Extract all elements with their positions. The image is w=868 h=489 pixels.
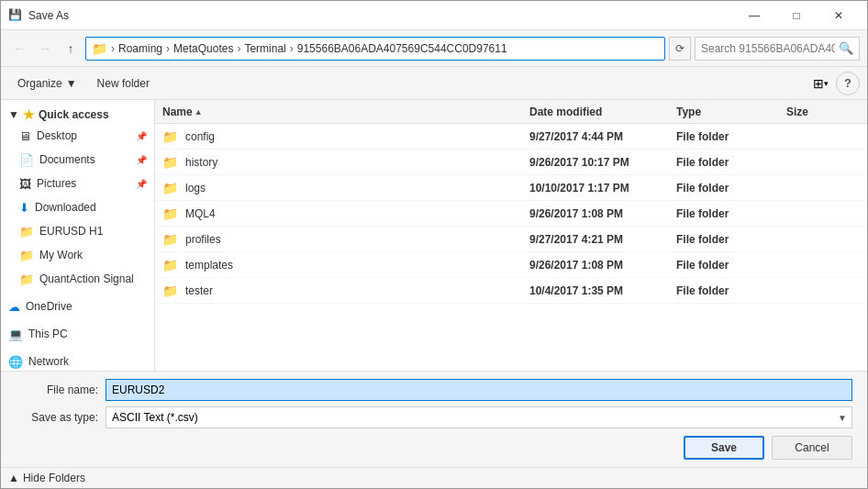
sidebar-item-pictures[interactable]: 🖼 Pictures 📌	[1, 172, 154, 195]
quick-access-star: ★	[23, 107, 35, 122]
help-button[interactable]: ?	[836, 72, 860, 95]
path-separator-3: ›	[237, 42, 240, 55]
onedrive-section: ☁ OneDrive	[1, 295, 154, 318]
sidebar-item-network[interactable]: 🌐 Network	[1, 350, 154, 371]
maximize-button[interactable]: □	[775, 1, 818, 30]
sidebar-item-documents[interactable]: 📄 Documents 📌	[1, 148, 154, 172]
view-icon: ⊞	[813, 76, 824, 91]
folder-icon: 📁	[162, 155, 178, 170]
folder-icon: 📁	[162, 181, 178, 195]
new-folder-button[interactable]: New folder	[88, 72, 159, 95]
file-date-cell: 9/26/2017 1:08 PM	[529, 207, 676, 220]
address-path[interactable]: 📁 › Roaming › MetaQuotes › Terminal › 91…	[85, 37, 665, 61]
onedrive-label: OneDrive	[26, 300, 72, 313]
table-row[interactable]: 📁 tester 10/4/2017 1:35 PM File folder	[155, 278, 867, 304]
table-row[interactable]: 📁 MQL4 9/26/2017 1:08 PM File folder	[155, 201, 867, 227]
file-name-cell: 📁 history	[162, 155, 529, 170]
up-button[interactable]: ↑	[60, 38, 82, 60]
hide-folders-chevron: ▲	[8, 472, 19, 484]
table-row[interactable]: 📁 templates 9/26/2017 1:08 PM File folde…	[155, 252, 867, 278]
savetype-wrapper: ASCII Text (*.csv) ▼	[106, 406, 852, 428]
file-type-cell: File folder	[676, 233, 786, 246]
toolbar-right: ⊞ ▾ ?	[808, 72, 860, 95]
file-name-cell: 📁 templates	[162, 258, 529, 272]
path-guid[interactable]: 915566BA06ADA407569C544CC0D97611	[297, 42, 507, 55]
organize-label: Organize	[17, 77, 62, 90]
network-icon: 🌐	[8, 355, 23, 369]
mywork-label: My Work	[39, 249, 83, 261]
window-icon: 💾	[8, 8, 23, 23]
table-row[interactable]: 📁 logs 10/10/2017 1:17 PM File folder	[155, 175, 867, 201]
close-button[interactable]: ✕	[818, 1, 860, 30]
pictures-icon: 🖼	[19, 177, 31, 191]
title-bar-controls: — □ ✕	[733, 1, 860, 30]
quick-access-header[interactable]: ▼ ★ Quick access	[1, 104, 154, 124]
title-bar: 💾 Save As — □ ✕	[1, 1, 867, 30]
column-name[interactable]: Name ▲	[162, 106, 529, 118]
file-name-cell: 📁 tester	[162, 283, 529, 298]
forward-button[interactable]: →	[34, 38, 56, 60]
view-toggle-button[interactable]: ⊞ ▾	[808, 72, 832, 95]
hide-folders-row: ▲ Hide Folders	[1, 467, 867, 488]
path-roaming[interactable]: Roaming	[118, 42, 162, 55]
back-button[interactable]: ←	[8, 38, 30, 60]
minimize-button[interactable]: —	[733, 1, 775, 30]
desktop-icon: 🖥	[19, 129, 31, 143]
column-type-label: Type	[676, 106, 701, 118]
file-type-cell: File folder	[676, 156, 786, 169]
downloaded-label: Downloaded	[35, 201, 96, 214]
folder-icon: 📁	[162, 206, 178, 221]
documents-icon: 📄	[19, 153, 34, 167]
path-metaquotes[interactable]: MetaQuotes	[173, 42, 233, 55]
column-size[interactable]: Size	[786, 106, 860, 118]
column-date-label: Date modified	[529, 106, 602, 118]
search-input[interactable]	[701, 42, 835, 55]
table-row[interactable]: 📁 profiles 9/27/2017 4:21 PM File folder	[155, 227, 867, 252]
hide-folders-button[interactable]: ▲ Hide Folders	[8, 472, 85, 484]
file-type-cell: File folder	[676, 284, 786, 297]
this-pc-label: This PC	[28, 328, 68, 340]
bottom-section: File name: Save as type: ASCII Text (*.c…	[1, 371, 867, 467]
refresh-button[interactable]: ⟳	[669, 37, 691, 61]
file-name-text: logs	[185, 182, 206, 194]
file-name-text: profiles	[185, 233, 221, 246]
action-row: Save Cancel	[16, 436, 852, 460]
pin-icon-desktop: 📌	[136, 131, 147, 141]
folder-icon: 📁	[162, 283, 178, 298]
quantaction-icon: 📁	[19, 272, 34, 286]
sidebar-item-downloaded[interactable]: ⬇ Downloaded	[1, 195, 154, 219]
sidebar-item-desktop[interactable]: 🖥 Desktop 📌	[1, 124, 154, 148]
savetype-select[interactable]: ASCII Text (*.csv)	[106, 406, 852, 428]
savetype-label: Save as type:	[16, 411, 98, 424]
column-type[interactable]: Type	[676, 106, 786, 118]
save-as-dialog: 💾 Save As — □ ✕ ← → ↑ 📁 › Roaming › Meta…	[0, 0, 868, 489]
folder-icon: 📁	[162, 129, 178, 144]
filename-input[interactable]	[106, 379, 852, 401]
path-separator-1: ›	[111, 42, 115, 55]
path-terminal[interactable]: Terminal	[244, 42, 285, 55]
onedrive-icon: ☁	[8, 300, 20, 314]
sidebar-item-onedrive[interactable]: ☁ OneDrive	[1, 295, 154, 318]
table-row[interactable]: 📁 history 9/26/2017 10:17 PM File folder	[155, 150, 867, 175]
view-chevron: ▾	[824, 79, 829, 88]
sidebar-item-quantaction[interactable]: 📁 QuantAction Signal	[1, 267, 154, 291]
search-box[interactable]: 🔍	[695, 37, 860, 61]
file-name-text: history	[185, 156, 217, 169]
save-button[interactable]: Save	[684, 436, 764, 460]
column-date[interactable]: Date modified	[529, 106, 676, 118]
sidebar-item-eurusd[interactable]: 📁 EURUSD H1	[1, 219, 154, 243]
pictures-label: Pictures	[37, 177, 76, 190]
filename-row: File name:	[16, 379, 852, 401]
cancel-button[interactable]: Cancel	[772, 436, 852, 460]
file-date-cell: 10/10/2017 1:17 PM	[529, 182, 676, 194]
table-row[interactable]: 📁 config 9/27/2017 4:44 PM File folder	[155, 124, 867, 150]
quick-access-chevron: ▼	[8, 108, 19, 121]
sidebar-item-mywork[interactable]: 📁 My Work	[1, 243, 154, 267]
file-type-cell: File folder	[676, 259, 786, 272]
sidebar-item-this-pc[interactable]: 💻 This PC	[1, 322, 154, 346]
organize-button[interactable]: Organize ▼	[8, 72, 86, 95]
main-content: ▼ ★ Quick access 🖥 Desktop 📌 📄 Documents…	[1, 100, 867, 371]
pin-icon-pictures: 📌	[136, 179, 147, 189]
sort-arrow: ▲	[195, 107, 203, 117]
file-name-cell: 📁 profiles	[162, 232, 529, 247]
